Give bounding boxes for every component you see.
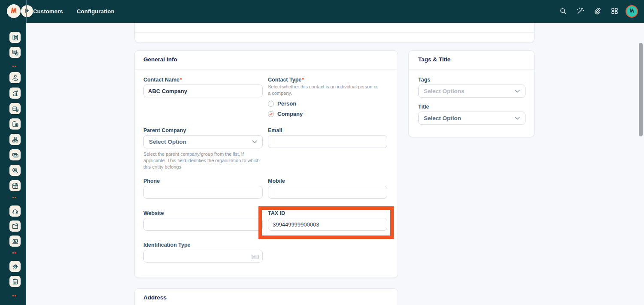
- contact-type-help: Select whether this contact is an indivi…: [268, 84, 380, 97]
- card-title: Address: [143, 294, 167, 301]
- analytics-chart-icon: [12, 90, 19, 97]
- select-value: Select Options: [424, 88, 465, 94]
- card-title: General Info: [143, 56, 177, 63]
- sidebar-item-attendance-calendar[interactable]: [9, 180, 21, 191]
- magic-wand-button[interactable]: [574, 6, 586, 18]
- sidebar-item-inventory-boxes[interactable]: [9, 134, 21, 145]
- identification-type-label: Identification Type: [143, 242, 263, 248]
- sidebar-item-candidate-search[interactable]: [9, 165, 21, 176]
- apps-grid-button[interactable]: [608, 6, 620, 18]
- website-field: Website: [143, 210, 263, 231]
- radio-person[interactable]: [268, 101, 274, 107]
- nav-customers[interactable]: Customers: [33, 8, 63, 15]
- attendance-calendar-icon: [12, 182, 19, 190]
- general-info-card: General Info Contact Name* Contact Type*…: [134, 50, 398, 278]
- website-label: Website: [143, 210, 263, 216]
- sidebar-item-settings-gear[interactable]: [9, 261, 21, 272]
- app-logo[interactable]: [7, 4, 21, 18]
- title-select[interactable]: Select Option: [418, 112, 526, 125]
- phone-input[interactable]: [143, 186, 263, 199]
- sidebar-item-accounting-calculator[interactable]: [9, 47, 21, 58]
- tags-select[interactable]: Select Options: [418, 85, 526, 98]
- sidebar-section-divider: [12, 295, 17, 296]
- chevron-down-icon: [515, 117, 520, 120]
- tax-id-field: TAX ID: [268, 210, 387, 231]
- email-field: Email: [268, 127, 387, 148]
- collapse-sidebar-icon: [24, 8, 30, 15]
- support-headset-icon: [12, 208, 19, 215]
- cash-payment-icon: [12, 151, 19, 159]
- hand-payment-icon: [12, 74, 19, 82]
- chevron-down-icon: [515, 90, 520, 93]
- topbar-divider: [26, 0, 27, 23]
- contact-name-input[interactable]: [143, 85, 263, 97]
- address-card: Address: [134, 288, 398, 305]
- sidebar-item-billing-clipboard[interactable]: [9, 118, 21, 130]
- app-root: Customers Configuration General Info Con…: [0, 0, 644, 305]
- tags-title-card: Tags & Title Tags Select Options Title S…: [408, 50, 535, 137]
- contacts-ledger-icon: [12, 34, 19, 41]
- mobile-input[interactable]: [268, 186, 387, 199]
- paperclip-button[interactable]: [591, 6, 603, 18]
- workstation-icon: [12, 238, 19, 245]
- radio-row-company: Company: [268, 111, 389, 117]
- sidebar-section-divider: [12, 197, 17, 198]
- sidebar-item-support-headset[interactable]: [9, 205, 21, 217]
- sidebar-item-package-add[interactable]: [9, 103, 21, 114]
- sidebar-item-analytics-chart[interactable]: [9, 88, 21, 99]
- brand-logo-icon: [9, 6, 18, 16]
- website-input[interactable]: [143, 218, 263, 231]
- sidebar-collapse-button[interactable]: [21, 5, 33, 17]
- email-label: Email: [268, 127, 387, 133]
- card-header-divider: [409, 69, 534, 70]
- sidebar-item-documents-folder[interactable]: [9, 220, 21, 232]
- contact-type-field: Contact Type* Select whether this contac…: [268, 77, 389, 117]
- documents-folder-icon: [12, 223, 19, 230]
- select-value: Select Option: [149, 139, 186, 145]
- select-value: Select Option: [424, 115, 461, 121]
- mobile-label: Mobile: [268, 178, 387, 184]
- user-avatar[interactable]: [626, 5, 638, 18]
- phone-field: Phone: [143, 178, 263, 199]
- nav-configuration[interactable]: Configuration: [77, 8, 115, 15]
- sidebar-section-divider: [12, 66, 17, 67]
- chevron-down-icon: [252, 140, 257, 143]
- radio-row-person: Person: [268, 100, 389, 107]
- phone-label: Phone: [143, 178, 263, 184]
- tax-id-input[interactable]: [268, 218, 387, 231]
- sidebar-section-divider: [12, 252, 17, 254]
- inventory-boxes-icon: [12, 136, 19, 143]
- parent-company-help: Select the parent company/group from the…: [143, 151, 260, 171]
- radio-check-icon: [269, 112, 273, 116]
- sidebar-item-cash-payment[interactable]: [9, 149, 21, 160]
- title-field: Title Select Option: [418, 104, 526, 125]
- parent-company-field: Parent Company Select Option Select the …: [143, 127, 263, 171]
- sidebar-item-hand-payment[interactable]: [9, 72, 21, 83]
- sidebar-item-contacts-ledger[interactable]: [9, 32, 21, 43]
- contact-name-field: Contact Name*: [143, 77, 263, 97]
- contact-name-label: Contact Name*: [143, 77, 263, 83]
- parent-company-select[interactable]: Select Option: [143, 135, 263, 148]
- scrollbar-thumb[interactable]: [639, 43, 643, 136]
- sidebar-item-tasks-clipboard[interactable]: [9, 276, 21, 287]
- radio-company[interactable]: [268, 111, 274, 117]
- card-divider: [135, 32, 534, 33]
- mobile-field: Mobile: [268, 178, 387, 199]
- magic-wand-icon: [576, 7, 584, 16]
- apps-grid-icon: [611, 7, 618, 16]
- billing-clipboard-icon: [12, 121, 19, 128]
- identification-type-field: Identification Type: [143, 242, 263, 263]
- tags-label: Tags: [418, 77, 526, 83]
- candidate-search-icon: [12, 167, 19, 174]
- identification-type-input[interactable]: [143, 250, 263, 263]
- tags-field: Tags Select Options: [418, 77, 526, 98]
- required-marker: *: [302, 77, 304, 83]
- package-add-icon: [12, 105, 19, 112]
- card-title: Tags & Title: [418, 56, 450, 63]
- settings-gear-icon: [12, 263, 19, 270]
- user-avatar-icon: [629, 7, 635, 15]
- paperclip-icon: [594, 7, 601, 16]
- sidebar-item-workstation[interactable]: [9, 236, 21, 247]
- email-input[interactable]: [268, 135, 387, 148]
- search-button[interactable]: [557, 6, 569, 18]
